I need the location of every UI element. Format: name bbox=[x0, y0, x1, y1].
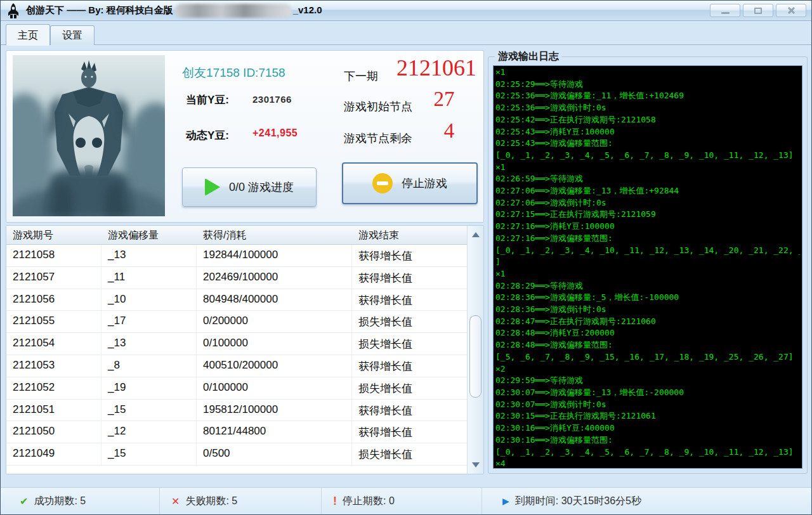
log-line: 02:28:47══>正在执行游戏期号:2121060 bbox=[495, 316, 800, 328]
table-cell: _17 bbox=[102, 311, 197, 332]
log-line: 02:28:36══>游戏倒计时:0s bbox=[495, 304, 800, 316]
table-cell: 获得增长值 bbox=[352, 289, 467, 311]
minimize-button[interactable] bbox=[710, 4, 740, 17]
table-header-row: 游戏期号 游戏偏移量 获得/消耗 游戏结束 bbox=[6, 226, 467, 245]
table-cell: 2121049 bbox=[6, 443, 102, 465]
scroll-up-arrow-icon[interactable] bbox=[468, 228, 484, 241]
tab-home[interactable]: 主页 bbox=[6, 24, 50, 46]
window-title: 创游天下 —— By: 程何科技白金版_v12.0 bbox=[26, 4, 322, 18]
current-bean-label: 当前Y豆: bbox=[186, 93, 229, 107]
dynamic-bean-label: 动态Y豆: bbox=[186, 128, 229, 143]
log-line: 02:30:07══>游戏倒计时:0s bbox=[495, 399, 800, 411]
status-success-label: 成功期数: 5 bbox=[34, 495, 86, 508]
table-cell: 获得增长值 bbox=[352, 355, 467, 377]
initial-node-label: 游戏初始节点 bbox=[344, 99, 412, 114]
table-cell: _15 bbox=[102, 400, 197, 421]
game-progress-button[interactable]: 0/0 游戏进度 bbox=[182, 167, 317, 207]
table-row[interactable]: 2121057_11202469/100000获得增长值 bbox=[6, 267, 467, 289]
table-cell: 2121053 bbox=[6, 355, 102, 377]
table-scrollbar[interactable] bbox=[467, 226, 483, 474]
table-cell: 损失增长值 bbox=[352, 443, 467, 465]
log-line: 02:30:16══>消耗Y豆:400000 bbox=[495, 422, 800, 434]
table-cell: 损失增长值 bbox=[352, 377, 467, 399]
minimize-icon bbox=[721, 12, 730, 14]
table-cell: 192844/100000 bbox=[197, 245, 352, 266]
game-progress-label: 0/0 游戏进度 bbox=[229, 179, 294, 195]
warning-icon: ! bbox=[333, 495, 337, 508]
next-issue-value: 2121061 bbox=[395, 55, 478, 81]
log-line: ] bbox=[495, 256, 800, 268]
table-cell: 2121050 bbox=[6, 421, 102, 443]
check-icon: ✔ bbox=[20, 495, 28, 507]
log-line: 02:25:36══>游戏偏移量:_11，增长值:+102469 bbox=[495, 90, 800, 102]
stop-icon bbox=[372, 173, 393, 193]
table-cell: 202469/100000 bbox=[197, 267, 352, 289]
column-header-issue[interactable]: 游戏期号 bbox=[6, 226, 102, 244]
table-cell: 获得增长值 bbox=[352, 267, 467, 289]
table-row[interactable]: 2121053_8400510/200000获得增长值 bbox=[6, 355, 467, 377]
table-cell: 195812/100000 bbox=[197, 400, 352, 421]
hero-image bbox=[13, 55, 165, 216]
log-line: ×1 bbox=[495, 162, 800, 174]
log-line: 02:25:43══>消耗Y豆:100000 bbox=[495, 126, 800, 138]
table-row[interactable]: 2121055_170/200000损失增长值 bbox=[6, 311, 467, 333]
dynamic-bean-value: +241,955 bbox=[252, 127, 298, 139]
log-line: 02:27:06══>游戏倒计时:0s bbox=[495, 197, 800, 209]
stop-game-button[interactable]: 停止游戏 bbox=[342, 162, 478, 204]
column-header-gain-cost[interactable]: 获得/消耗 bbox=[197, 226, 352, 244]
log-line: [_0, _1, _2, _3, _4, _5, _6, _7, _8, _9,… bbox=[495, 447, 800, 459]
title-redacted-blur bbox=[174, 4, 292, 18]
close-button[interactable] bbox=[776, 4, 806, 17]
title-bar: 创游天下 —— By: 程何科技白金版_v12.0 bbox=[1, 1, 811, 21]
table-cell: 0/100000 bbox=[197, 377, 352, 399]
log-line: ×1 bbox=[495, 67, 800, 79]
status-expiry-label: 到期时间: 30天15时36分5秒 bbox=[515, 495, 641, 508]
column-header-offset[interactable]: 游戏偏移量 bbox=[102, 226, 197, 244]
log-title: 游戏输出日志 bbox=[495, 50, 562, 63]
log-line: ×4 bbox=[495, 458, 800, 469]
status-success-count: ✔ 成功期数: 5 bbox=[1, 488, 159, 514]
scroll-down-arrow-icon[interactable] bbox=[468, 459, 484, 471]
table-row[interactable]: 2121052_190/100000损失增长值 bbox=[6, 377, 467, 400]
maximize-button[interactable] bbox=[743, 4, 773, 17]
log-line: [_5, _6, _7, _8, _9, _15, _16, _17, _18,… bbox=[495, 351, 800, 363]
log-line: 02:28:48══>游戏偏移量范围: bbox=[495, 339, 800, 351]
column-header-result[interactable]: 游戏结束 bbox=[352, 226, 467, 244]
table-cell: 80121/44800 bbox=[197, 421, 352, 443]
current-bean-value: 2301766 bbox=[252, 94, 292, 105]
log-line: 02:30:15══>正在执行游戏期号:2121061 bbox=[495, 410, 800, 422]
status-stop-count: ! 停止期数: 0 bbox=[321, 488, 481, 514]
maximize-icon bbox=[754, 8, 762, 14]
table-cell: 2121054 bbox=[6, 333, 102, 355]
table-cell: 2121051 bbox=[6, 400, 102, 421]
tab-settings[interactable]: 设置 bbox=[50, 25, 95, 45]
table-cell: 2121057 bbox=[6, 267, 102, 289]
table-cell: 2121052 bbox=[6, 377, 102, 399]
table-row[interactable]: 2121058_13192844/100000获得增长值 bbox=[6, 245, 467, 267]
table-row[interactable]: 2121056_10804948/400000获得增长值 bbox=[6, 289, 467, 311]
log-output[interactable]: ×102:25:29══>等待游戏02:25:36══>游戏偏移量:_11，增长… bbox=[493, 65, 802, 469]
log-line: 02:28:29══>等待游戏 bbox=[495, 280, 800, 292]
table-cell: _13 bbox=[102, 245, 197, 266]
cross-icon: ✕ bbox=[171, 495, 180, 507]
log-line: [_0, _1, _2, _3, _4, _5, _6, _7, _8, _9,… bbox=[495, 150, 800, 162]
table-row[interactable]: 2121051_15195812/100000获得增长值 bbox=[6, 400, 467, 422]
app-rocket-icon bbox=[6, 3, 21, 19]
log-line: ×1 bbox=[495, 268, 800, 280]
log-line: 02:30:16══>游戏偏移量范围: bbox=[495, 434, 800, 447]
table-cell: 获得增长值 bbox=[352, 400, 467, 421]
table-cell: 0/100000 bbox=[197, 333, 352, 355]
remaining-node-label: 游戏节点剩余 bbox=[344, 131, 412, 146]
scrollbar-thumb[interactable] bbox=[469, 315, 481, 398]
initial-node-value: 27 bbox=[419, 88, 469, 111]
table-cell: 获得增长值 bbox=[352, 421, 467, 443]
log-line: 02:25:43══>游戏偏移量范围: bbox=[495, 138, 800, 150]
table-row[interactable]: 2121049_150/500损失增长值 bbox=[6, 443, 467, 466]
log-line: 02:28:48══>消耗Y豆:200000 bbox=[495, 327, 800, 339]
table-body: 2121058_13192844/100000获得增长值2121057_1120… bbox=[6, 245, 467, 474]
tab-bar: 主页 设置 bbox=[1, 22, 811, 45]
table-cell: _8 bbox=[102, 355, 197, 377]
remaining-node-value: 4 bbox=[424, 119, 475, 143]
table-row[interactable]: 2121054_130/100000损失增长值 bbox=[6, 333, 467, 355]
table-row[interactable]: 2121050_1280121/44800获得增长值 bbox=[6, 421, 467, 443]
